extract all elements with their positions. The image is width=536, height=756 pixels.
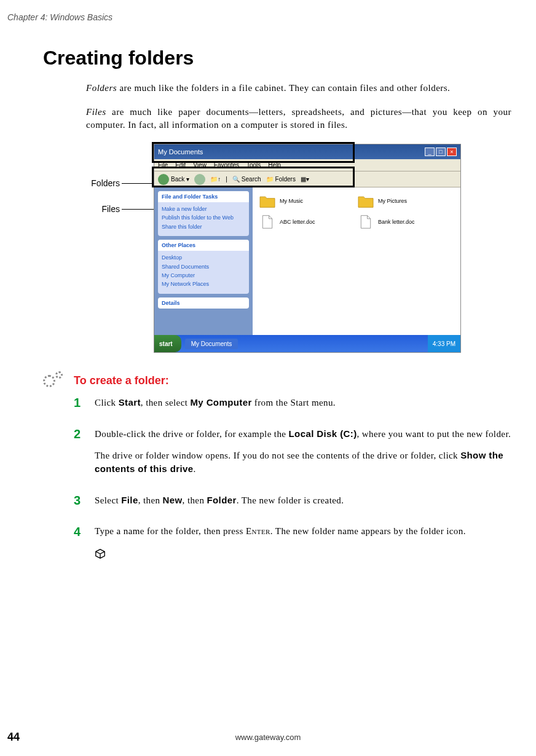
- chapter-header: Chapter 4: Windows Basics: [0, 0, 536, 22]
- task-share[interactable]: Share this folder: [162, 222, 245, 231]
- menu-view[interactable]: View: [193, 162, 207, 168]
- step-text: , then select: [141, 398, 191, 408]
- step-3: 3 Select File, then New, then Folder. Th…: [74, 494, 511, 515]
- step-bold: My Computer: [190, 397, 251, 408]
- step-4: 4 Type a name for the folder, then press…: [74, 525, 511, 564]
- callout-folders: Folders: [83, 178, 120, 188]
- page-number: 44: [7, 731, 20, 744]
- end-box-icon: [95, 548, 106, 559]
- file-label: Bank letter.doc: [378, 219, 415, 225]
- sidebar-places-body: Desktop Shared Documents My Computer My …: [158, 251, 249, 294]
- step-bold: Local Disk (C:): [289, 428, 357, 439]
- explorer-sidebar: File and Folder Tasks Make a new folder …: [154, 187, 253, 335]
- menu-tools[interactable]: Tools: [246, 162, 261, 168]
- sidebar-panel-tasks: File and Folder Tasks Make a new folder …: [158, 191, 249, 236]
- folders-button[interactable]: 📁 Folders: [266, 176, 296, 183]
- step-text: Double-click the drive or folder, for ex…: [95, 429, 289, 439]
- steps-list: 1 Click Start, then select My Computer f…: [74, 396, 511, 563]
- task-publish[interactable]: Publish this folder to the Web: [162, 213, 245, 222]
- task-new-folder[interactable]: Make a new folder: [162, 205, 245, 213]
- step-number: 2: [74, 427, 86, 484]
- main-pane: My Music My Pictures ABC letter.doc Bank…: [253, 187, 460, 335]
- sidebar-panel-places: Other Places Desktop Shared Documents My…: [158, 240, 249, 294]
- folder-my-music[interactable]: My Music: [259, 194, 339, 208]
- file-abc-letter[interactable]: ABC letter.doc: [259, 215, 339, 229]
- page-title: Creating folders: [43, 47, 536, 69]
- back-icon: [158, 174, 169, 185]
- up-icon[interactable]: 📁↑: [210, 176, 221, 183]
- window-title: My Documents: [158, 148, 425, 156]
- callout-files: Files: [83, 204, 120, 214]
- content-area: File and Folder Tasks Make a new folder …: [154, 187, 460, 335]
- start-label: start: [159, 341, 173, 347]
- place-shared[interactable]: Shared Documents: [162, 262, 245, 271]
- step-2: 2 Double-click the drive or folder, for …: [74, 427, 511, 484]
- menu-edit[interactable]: Edit: [175, 162, 186, 168]
- intro-emph-1: Folders: [86, 83, 117, 93]
- search-label: Search: [242, 176, 261, 183]
- step-text: Select: [95, 495, 121, 505]
- search-button[interactable]: 🔍 Search: [232, 176, 261, 183]
- taskbar: start My Documents 4:33 PM: [154, 335, 460, 352]
- footer-url: www.gateway.com: [235, 733, 301, 742]
- step-number: 3: [74, 494, 86, 515]
- place-network[interactable]: My Network Places: [162, 280, 245, 288]
- step-text: The drive or folder window opens. If you…: [95, 451, 460, 460]
- screenshot: My Documents _ □ × File Edit View Favori…: [154, 144, 461, 353]
- step-text: Type a name for the folder, then press: [95, 526, 246, 536]
- clock: 4:33 PM: [433, 341, 455, 347]
- intro-text-1: are much like the folders in a file cabi…: [117, 83, 450, 93]
- step-body: Type a name for the folder, then press E…: [95, 525, 466, 564]
- menu-help[interactable]: Help: [268, 162, 281, 168]
- intro-text-2: are much like paper documents—letters, s…: [86, 107, 511, 130]
- sidebar-places-title: Other Places: [158, 240, 249, 251]
- folder-icon: [357, 194, 374, 208]
- step-bold: Folder: [207, 495, 236, 505]
- folder-my-pictures[interactable]: My Pictures: [357, 194, 437, 208]
- folder-icon: [259, 194, 276, 208]
- step-bold: File: [121, 495, 138, 505]
- place-desktop[interactable]: Desktop: [162, 253, 245, 262]
- maximize-icon[interactable]: □: [436, 148, 446, 156]
- taskbar-item[interactable]: My Documents: [185, 339, 238, 349]
- procedure-title: To create a folder:: [74, 374, 169, 387]
- step-body: Select File, then New, then Folder. The …: [95, 494, 344, 515]
- sidebar-tasks-title: File and Folder Tasks: [158, 191, 249, 202]
- step-text: . The new folder name appears by the fol…: [270, 526, 466, 536]
- step-body: Click Start, then select My Computer fro…: [95, 396, 336, 417]
- folder-label: My Pictures: [378, 198, 407, 204]
- document-icon: [259, 215, 276, 229]
- toolbar: Back ▾ 📁↑ | 🔍 Search 📁 Folders ▦▾: [154, 171, 460, 187]
- system-tray: 4:33 PM: [428, 335, 460, 352]
- file-bank-letter[interactable]: Bank letter.doc: [357, 215, 437, 229]
- folders-label: Folders: [275, 176, 296, 183]
- window-titlebar: My Documents _ □ ×: [154, 144, 460, 159]
- minimize-icon[interactable]: _: [425, 148, 435, 156]
- back-button[interactable]: Back ▾: [158, 174, 189, 185]
- forward-icon[interactable]: [194, 174, 205, 185]
- step-text: Click: [95, 398, 119, 408]
- sidebar-tasks-body: Make a new folder Publish this folder to…: [158, 202, 249, 236]
- place-computer[interactable]: My Computer: [162, 271, 245, 280]
- sidebar-panel-details: Details: [158, 297, 249, 309]
- views-icon[interactable]: ▦▾: [301, 176, 309, 183]
- page-footer: 44 www.gateway.com: [0, 731, 536, 744]
- step-body: Double-click the drive or folder, for ex…: [95, 427, 511, 484]
- step-1: 1 Click Start, then select My Computer f…: [74, 396, 511, 417]
- document-icon: [357, 215, 374, 229]
- close-icon[interactable]: ×: [447, 148, 457, 156]
- start-button[interactable]: start: [154, 335, 181, 352]
- menubar: File Edit View Favorites Tools Help: [154, 159, 460, 171]
- back-label: Back: [171, 176, 184, 183]
- step-text: . The new folder is created.: [237, 495, 344, 505]
- menu-favorites[interactable]: Favorites: [214, 162, 239, 168]
- menu-file[interactable]: File: [158, 162, 168, 168]
- step-bold: Start: [119, 397, 141, 408]
- sidebar-details-title: Details: [158, 297, 249, 309]
- step-text: from the Start menu.: [252, 398, 336, 408]
- gears-icon: [43, 371, 68, 390]
- step-text: , where you want to put the new folder.: [357, 429, 511, 439]
- step-text: .: [194, 464, 196, 474]
- procedure-header: To create a folder:: [43, 371, 536, 390]
- file-label: ABC letter.doc: [280, 219, 315, 225]
